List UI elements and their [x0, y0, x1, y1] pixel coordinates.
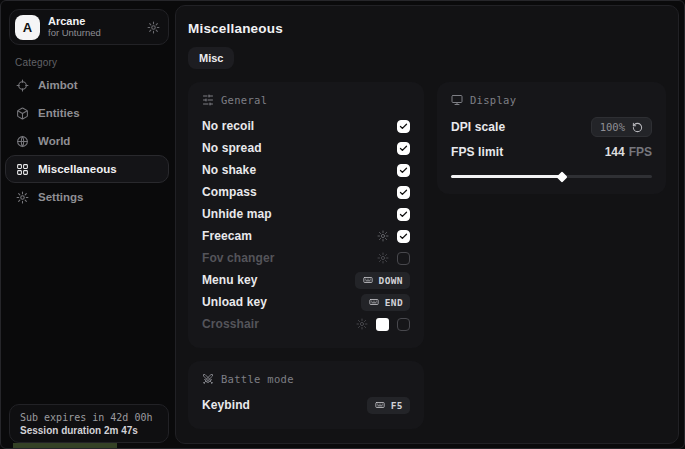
setting-row-battle-keybind: Keybind F5	[202, 394, 410, 416]
general-card-title: General	[221, 94, 267, 106]
gear-icon[interactable]	[356, 318, 368, 330]
right-column: Display DPI scale 100% FPS limit 144FPS	[437, 82, 666, 194]
sidebar-item-label: Settings	[38, 191, 83, 203]
box-icon	[16, 107, 29, 120]
sidebar-item-world[interactable]: World	[5, 127, 169, 155]
keyboard-icon	[374, 400, 386, 410]
battle-mode-card: Battle mode Keybind F5	[188, 361, 424, 429]
fps-slider-fill	[451, 175, 562, 178]
setting-label: No shake	[202, 163, 256, 177]
reset-icon[interactable]	[632, 122, 643, 133]
general-card: General No recoil No spread	[188, 82, 424, 348]
session-duration-text: Session duration 2m 47s	[20, 425, 158, 436]
sidebar-item-label: Entities	[38, 107, 80, 119]
setting-row-unload-key: Unload key END	[202, 291, 410, 313]
dpi-scale-control[interactable]: 100%	[591, 117, 652, 137]
setting-label: Keybind	[202, 398, 250, 412]
display-card: Display DPI scale 100% FPS limit 144FPS	[437, 82, 666, 194]
sidebar-item-settings[interactable]: Settings	[5, 183, 169, 211]
globe-icon	[16, 135, 29, 148]
grid-icon	[16, 163, 29, 176]
gear-icon[interactable]	[147, 21, 160, 34]
setting-label: Freecam	[202, 229, 252, 243]
left-column: General No recoil No spread	[188, 82, 424, 429]
setting-label: No spread	[202, 141, 262, 155]
fps-limit-value: 144FPS	[605, 145, 652, 159]
battle-mode-card-header: Battle mode	[202, 373, 410, 385]
setting-row-no-shake: No shake	[202, 159, 410, 181]
gear-icon[interactable]	[377, 252, 389, 264]
setting-label: Fov changer	[202, 251, 274, 265]
setting-row-no-recoil: No recoil	[202, 115, 410, 137]
checkbox[interactable]	[397, 142, 410, 155]
fps-slider-thumb[interactable]	[556, 171, 567, 182]
setting-row-freecam: Freecam	[202, 225, 410, 247]
subscription-card: Sub expires in 42d 00h Session duration …	[9, 404, 169, 443]
checkbox[interactable]	[397, 252, 410, 265]
checkbox[interactable]	[397, 230, 410, 243]
sidebar-item-aimbot[interactable]: Aimbot	[5, 71, 169, 99]
dpi-scale-value: 100%	[600, 121, 625, 133]
sidebar: A Arcane for Unturned Category Aimbot	[1, 1, 175, 448]
setting-label: No recoil	[202, 119, 254, 133]
setting-row-fps-limit: FPS limit 144FPS	[451, 141, 652, 163]
keybind-value: END	[385, 297, 403, 308]
setting-row-compass: Compass	[202, 181, 410, 203]
setting-label: Compass	[202, 185, 257, 199]
tab-bar: Misc	[188, 47, 666, 69]
app-meta: Arcane for Unturned	[48, 15, 147, 39]
app-subtitle: for Unturned	[48, 28, 147, 39]
setting-row-dpi-scale: DPI scale 100%	[451, 115, 652, 139]
setting-label: Menu key	[202, 273, 258, 287]
app-avatar: A	[15, 15, 40, 40]
keybind-value: F5	[391, 400, 403, 411]
keyboard-icon	[362, 275, 374, 285]
avatar-letter: A	[23, 20, 32, 35]
sidebar-item-label: Aimbot	[38, 79, 78, 91]
sliders-icon	[202, 94, 214, 106]
general-card-header: General	[202, 94, 410, 106]
content-columns: General No recoil No spread	[188, 82, 666, 429]
checkbox[interactable]	[397, 318, 410, 331]
sidebar-item-label: World	[38, 135, 70, 147]
battle-mode-card-title: Battle mode	[221, 373, 294, 385]
keybind-button[interactable]: DOWN	[355, 272, 410, 289]
sidebar-item-miscellaneous[interactable]: Miscellaneous	[5, 155, 169, 183]
keybind-button[interactable]: END	[361, 294, 410, 311]
background-game-sliver	[13, 443, 117, 448]
main-panel: Miscellaneous Misc General No recoil	[175, 5, 679, 444]
color-swatch[interactable]	[376, 318, 389, 331]
page-title: Miscellaneous	[188, 21, 666, 36]
gear-icon[interactable]	[377, 230, 389, 242]
setting-row-fov-changer: Fov changer	[202, 247, 410, 269]
monitor-icon	[451, 94, 463, 106]
setting-row-crosshair: Crosshair	[202, 313, 410, 335]
fps-slider[interactable]	[451, 172, 652, 181]
gear-icon	[16, 191, 29, 204]
keyboard-icon	[368, 297, 380, 307]
checkbox[interactable]	[397, 208, 410, 221]
display-card-header: Display	[451, 94, 652, 106]
app-header-card: A Arcane for Unturned	[9, 9, 169, 45]
checkbox[interactable]	[397, 120, 410, 133]
fps-slider-track	[451, 175, 652, 178]
setting-label: DPI scale	[451, 120, 505, 134]
setting-row-no-spread: No spread	[202, 137, 410, 159]
tab-misc[interactable]: Misc	[188, 47, 234, 69]
setting-row-unhide-map: Unhide map	[202, 203, 410, 225]
category-label: Category	[15, 57, 57, 68]
keybind-value: DOWN	[379, 275, 403, 286]
checkbox[interactable]	[397, 186, 410, 199]
category-nav: Aimbot Entities World Miscellaneous	[5, 71, 169, 211]
setting-label: Unhide map	[202, 207, 272, 221]
sub-expiry-text: Sub expires in 42d 00h	[20, 412, 158, 423]
crosshair-icon	[16, 79, 29, 92]
checkbox[interactable]	[397, 164, 410, 177]
setting-label: Crosshair	[202, 317, 259, 331]
sidebar-item-entities[interactable]: Entities	[5, 99, 169, 127]
display-card-title: Display	[470, 94, 516, 106]
app-name: Arcane	[48, 15, 147, 28]
setting-label: FPS limit	[451, 145, 503, 159]
keybind-button[interactable]: F5	[367, 397, 410, 414]
swords-icon	[202, 373, 214, 385]
